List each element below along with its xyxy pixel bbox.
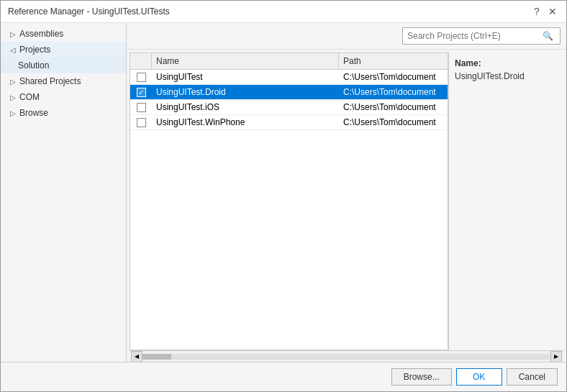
main-area: 🔍 Name Path Usin: [127, 23, 566, 362]
search-input[interactable]: [403, 29, 540, 42]
sidebar-label-shared-projects: Shared Projects: [19, 76, 81, 86]
title-controls: ? ✕: [530, 5, 559, 18]
row-name-3: UsingUITest.WinPhone: [152, 115, 339, 129]
expand-icon-assemblies: ▷: [8, 29, 18, 39]
cancel-button[interactable]: Cancel: [507, 368, 558, 386]
close-button[interactable]: ✕: [546, 5, 559, 18]
row-check-0[interactable]: [130, 73, 152, 82]
table-row[interactable]: ✓ UsingUITest.Droid C:\Users\Tom\documen…: [130, 85, 448, 100]
row-name-1: UsingUITest.Droid: [152, 85, 339, 99]
row-name-2: UsingUITest.iOS: [152, 100, 339, 114]
col-header-check: [130, 53, 152, 69]
title-bar: Reference Manager - UsingUITest.UITests …: [1, 1, 566, 23]
row-check-3[interactable]: [130, 118, 152, 127]
scrollbar-track[interactable]: [142, 354, 550, 360]
search-button[interactable]: 🔍: [540, 28, 555, 44]
browse-button[interactable]: Browse...: [391, 368, 452, 386]
scroll-right-button[interactable]: ▶: [550, 351, 562, 363]
scroll-left-button[interactable]: ◀: [131, 351, 142, 363]
right-panel: Name: UsingUITest.Droid: [448, 53, 563, 350]
sidebar-label-solution: Solution: [18, 60, 49, 70]
checkbox-3[interactable]: [137, 118, 146, 127]
row-path-3: C:\Users\Tom\document: [339, 115, 448, 129]
sidebar-item-solution[interactable]: Solution: [1, 58, 126, 73]
help-button[interactable]: ?: [530, 5, 543, 18]
row-check-2[interactable]: [130, 103, 152, 112]
expand-icon-browse: ▷: [8, 108, 18, 118]
table-header: Name Path: [130, 53, 448, 70]
table-row[interactable]: UsingUITest C:\Users\Tom\document: [130, 70, 448, 85]
checkbox-2[interactable]: [137, 103, 146, 112]
dialog-title: Reference Manager - UsingUITest.UITests: [8, 6, 170, 17]
footer: Browse... OK Cancel: [1, 362, 566, 391]
col-header-path: Path: [339, 53, 448, 69]
sidebar-item-projects[interactable]: ◁ Projects: [1, 42, 126, 58]
ok-button[interactable]: OK: [456, 368, 502, 386]
table-row[interactable]: UsingUITest.iOS C:\Users\Tom\document: [130, 100, 448, 115]
row-path-1: C:\Users\Tom\document: [339, 85, 448, 99]
sidebar-item-browse[interactable]: ▷ Browse: [1, 105, 126, 121]
reference-manager-dialog: Reference Manager - UsingUITest.UITests …: [0, 0, 567, 392]
row-check-1[interactable]: ✓: [130, 88, 152, 97]
expand-icon-com: ▷: [8, 92, 18, 102]
sidebar-item-shared-projects[interactable]: ▷ Shared Projects: [1, 73, 126, 89]
table-row[interactable]: UsingUITest.WinPhone C:\Users\Tom\docume…: [130, 115, 448, 130]
right-panel-label: Name:: [455, 58, 558, 68]
sidebar-label-browse: Browse: [19, 108, 48, 118]
expand-icon-projects: ◁: [8, 45, 18, 55]
sidebar-item-assemblies[interactable]: ▷ Assemblies: [1, 26, 126, 42]
search-wrapper: 🔍: [402, 27, 561, 45]
sidebar-label-projects: Projects: [19, 45, 50, 55]
projects-table: Name Path UsingUITest C:\Users\Tom\docum…: [130, 53, 448, 350]
row-name-0: UsingUITest: [152, 70, 339, 84]
sidebar-label-com: COM: [19, 92, 40, 102]
sidebar: ▷ Assemblies ◁ Projects Solution ▷ Share…: [1, 23, 127, 362]
right-panel-value: UsingUITest.Droid: [455, 71, 558, 81]
scrollbar-thumb[interactable]: [142, 354, 171, 360]
checkbox-1[interactable]: ✓: [137, 88, 146, 97]
table-and-panel: Name Path UsingUITest C:\Users\Tom\docum…: [130, 53, 563, 350]
row-path-2: C:\Users\Tom\document: [339, 100, 448, 114]
col-header-name: Name: [152, 53, 339, 69]
search-bar: 🔍: [127, 23, 566, 50]
dialog-content: ▷ Assemblies ◁ Projects Solution ▷ Share…: [1, 23, 566, 362]
sidebar-item-com[interactable]: ▷ COM: [1, 89, 126, 105]
expand-icon-shared-projects: ▷: [8, 76, 18, 86]
horizontal-scrollbar[interactable]: ◀ ▶: [130, 350, 563, 362]
row-path-0: C:\Users\Tom\document: [339, 70, 448, 84]
sidebar-label-assemblies: Assemblies: [19, 29, 63, 39]
checkbox-0[interactable]: [137, 73, 146, 82]
